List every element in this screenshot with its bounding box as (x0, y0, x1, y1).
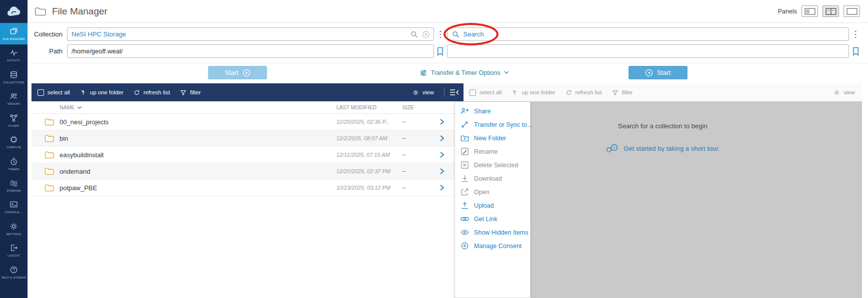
collections-icon (10, 70, 18, 79)
folder-icon (44, 134, 54, 142)
destination-toolbar: select all up one folder refresh list fi… (464, 83, 862, 101)
share-icon (460, 106, 470, 116)
collection-row: Collection ⋮ (32, 27, 862, 41)
search-menu-dots[interactable]: ⋮ (849, 27, 862, 41)
page-title: File Manager (52, 6, 108, 17)
chevron-down-icon: ⌄ (20, 211, 22, 214)
menu-item-get-link[interactable]: Get Link (455, 212, 530, 226)
search-collection-input[interactable] (447, 27, 850, 41)
open-row-chevron[interactable] (434, 151, 450, 158)
sidebar-item-file-manager[interactable]: FILE MANAGER (0, 23, 28, 44)
logout-icon (10, 244, 18, 252)
menu-item-download[interactable]: Download (455, 172, 530, 185)
filter-button[interactable]: filter (180, 89, 201, 96)
collection-menu-dots[interactable]: ⋮ (434, 27, 447, 41)
bookmark-icon[interactable] (434, 47, 447, 56)
sidebar-item-logout[interactable]: LOGOUT (0, 240, 28, 261)
file-row[interactable]: potpaw_PBE 10/23/2025, 03:12 PM – (32, 180, 464, 196)
transfer-options-toggle[interactable]: Transfer & Timer Options (420, 69, 510, 76)
gear-icon (10, 222, 18, 231)
sort-chevron-down-icon (77, 106, 82, 109)
file-row[interactable]: bin 12/2/2025, 08:07 AM – (32, 130, 464, 147)
select-all-checkbox[interactable] (470, 89, 476, 96)
sidebar-item-collections[interactable]: COLLECTIONS (0, 66, 28, 88)
search-icon[interactable] (410, 30, 418, 38)
menu-item-manage-consent[interactable]: Manage Consent (455, 239, 530, 253)
file-row[interactable]: ondemand 12/20/2025, 02:37 PM – (32, 163, 464, 180)
folder-icon (44, 167, 54, 175)
menu-item-upload[interactable]: Upload (455, 199, 530, 212)
sidebar-item-streams[interactable]: STREAMS (0, 175, 28, 196)
bookmark-icon[interactable] (849, 47, 862, 56)
wide-panel-button[interactable] (844, 5, 860, 17)
file-row[interactable]: 00_nesi_projects 12/20/2025, 02:36 P... … (32, 114, 464, 130)
sidebar-item-activity[interactable]: ACTIVITY (0, 44, 28, 66)
folder-icon (44, 184, 54, 192)
modified-header[interactable]: LAST MODIFIED (336, 104, 402, 110)
start-transfer-right-button[interactable]: Start (628, 66, 688, 79)
transfer-bar: Start Transfer & Timer Options Start (28, 63, 868, 82)
select-all-label: select all (48, 89, 70, 95)
open-row-chevron[interactable] (434, 168, 450, 175)
single-panel-button[interactable] (802, 5, 818, 17)
play-circle-icon (242, 69, 250, 77)
eye-icon (460, 228, 470, 237)
globus-cloud-icon (6, 3, 22, 19)
path-input[interactable] (67, 44, 434, 58)
open-row-chevron[interactable] (434, 135, 450, 142)
menu-item-share[interactable]: Share (455, 104, 530, 118)
sort-by-name-header[interactable]: NAME (32, 104, 336, 110)
chevron-down-icon (504, 71, 510, 75)
file-row[interactable]: easybuildinstall 12/11/2025, 07:15 AM – (32, 147, 464, 163)
clear-collection-icon[interactable] (422, 30, 430, 38)
sidebar-item-label: COMPUTE (6, 146, 22, 149)
view-button[interactable]: view (412, 89, 434, 96)
menu-item-delete-selected[interactable]: Delete Selected (455, 158, 530, 172)
panels-switcher: Panels (778, 5, 860, 17)
file-list: 00_nesi_projects 12/20/2025, 02:36 P... … (32, 114, 464, 298)
sidebar-item-label: CONSOLE ⌄ (5, 211, 23, 215)
select-all-checkbox[interactable] (38, 89, 44, 96)
open-row-chevron[interactable] (434, 118, 450, 125)
sidebar-item-groups[interactable]: GROUPS (0, 88, 28, 109)
sidebar-item-console[interactable]: CONSOLE ⌄ (0, 196, 28, 218)
help-icon (10, 266, 18, 274)
menu-item-transfer-or-sync[interactable]: Transfer or Sync to... (455, 118, 530, 131)
two-panel-button[interactable] (822, 5, 839, 17)
collection-input[interactable] (67, 27, 434, 41)
globus-logo[interactable] (0, 0, 28, 23)
open-row-chevron[interactable] (434, 184, 450, 191)
timers-icon (10, 157, 18, 166)
play-circle-left-icon (645, 69, 653, 77)
up-one-folder-button[interactable]: up one folder (512, 89, 555, 96)
sidebar-item-timers[interactable]: TIMERS (0, 153, 28, 175)
flows-icon (10, 114, 18, 122)
refresh-list-button[interactable]: refresh list (566, 89, 602, 96)
size-header[interactable]: SIZE (402, 104, 434, 110)
menu-item-open[interactable]: Open (455, 185, 530, 199)
transfer-icon (460, 120, 470, 129)
menu-item-new-folder[interactable]: New Folder (455, 131, 530, 145)
sidebar-item-flows[interactable]: FLOWS (0, 110, 28, 131)
select-all-control[interactable]: select all (38, 89, 70, 96)
view-button[interactable]: view (834, 89, 855, 96)
tour-icon (606, 143, 619, 154)
start-transfer-left-button[interactable]: Start (208, 66, 267, 79)
sliders-icon (420, 69, 428, 76)
up-one-folder-button[interactable]: up one folder (80, 89, 124, 96)
menu-item-rename[interactable]: Rename (455, 145, 530, 158)
menu-item-show-hidden-items[interactable]: Show Hidden Items (455, 226, 530, 239)
sidebar-item-settings[interactable]: SETTINGS (0, 218, 28, 240)
refresh-list-button[interactable]: refresh list (134, 89, 170, 96)
collapse-panel-control[interactable] (444, 88, 460, 97)
tour-link[interactable]: Get started by taking a short tour. (606, 143, 720, 154)
groups-icon (10, 92, 18, 100)
sidebar-item-compute[interactable]: COMPUTE (0, 131, 28, 153)
filter-button[interactable]: filter (612, 89, 633, 96)
top-bar: File Manager Panels (0, 0, 868, 23)
folder-icon (44, 151, 54, 159)
sidebar-item-help-sitemap[interactable]: HELP & SITEMAP (0, 262, 28, 283)
select-all-control[interactable]: select all (470, 89, 502, 96)
sidebar-nav: FILE MANAGER ACTIVITY COLLECTIONS GROUPS… (0, 23, 28, 298)
destination-path-input[interactable] (447, 44, 850, 58)
